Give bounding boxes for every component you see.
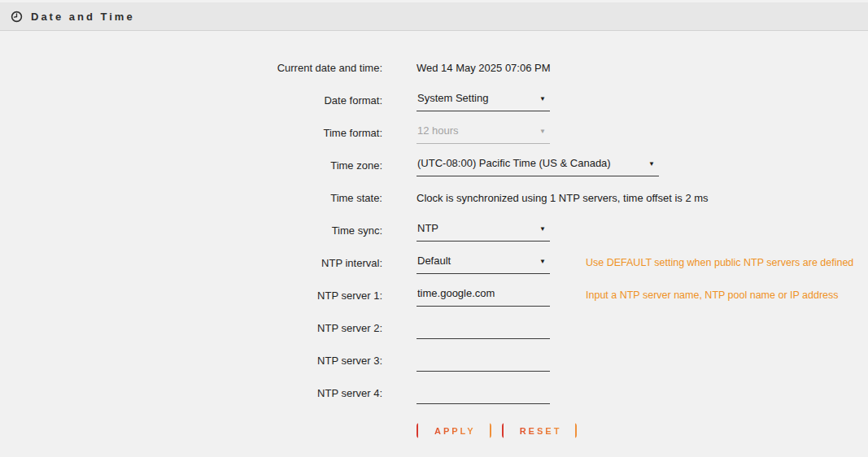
row-ntp-interval: NTP interval: Default ▼ Use DEFAULT sett… xyxy=(0,246,868,279)
current-datetime-label: Current date and time: xyxy=(0,62,382,74)
action-buttons: APPLY RESET xyxy=(417,423,868,438)
time-zone-label: Time zone: xyxy=(0,159,382,172)
time-state-label: Time state: xyxy=(0,192,382,204)
time-zone-selected-value: (UTC-08:00) Pacific Time (US & Canada) xyxy=(417,157,611,169)
time-format-select: 12 hours ▼ xyxy=(417,122,550,144)
ntp-server-1-input[interactable] xyxy=(417,285,550,307)
row-date-format: Date format: System Setting ▼ xyxy=(0,84,868,116)
date-format-select[interactable]: System Setting ▼ xyxy=(417,89,550,111)
time-format-label: Time format: xyxy=(0,127,382,139)
ntp-server-2-label: NTP server 2: xyxy=(0,322,382,334)
chevron-down-icon: ▼ xyxy=(539,126,546,137)
time-zone-select[interactable]: (UTC-08:00) Pacific Time (US & Canada) ▼ xyxy=(417,155,659,176)
reset-button-label: RESET xyxy=(520,426,562,436)
date-time-settings-page: Date and Time Current date and time: Wed… xyxy=(0,0,868,457)
ntp-server-2-input[interactable] xyxy=(417,317,550,339)
chevron-down-icon: ▼ xyxy=(539,94,546,104)
page-title: Date and Time xyxy=(31,11,135,23)
ntp-interval-label: NTP interval: xyxy=(0,257,382,269)
date-format-selected-value: System Setting xyxy=(417,92,488,104)
row-time-zone: Time zone: (UTC-08:00) Pacific Time (US … xyxy=(0,149,868,181)
time-sync-selected-value: NTP xyxy=(417,222,438,234)
ntp-server-4-label: NTP server 4: xyxy=(0,387,382,399)
reset-button[interactable]: RESET xyxy=(502,423,578,438)
ntp-interval-selected-value: Default xyxy=(417,255,451,267)
chevron-down-icon: ▼ xyxy=(648,159,655,169)
chevron-down-icon: ▼ xyxy=(539,224,546,234)
chevron-down-icon: ▼ xyxy=(539,256,546,267)
ntp-interval-hint: Use DEFAULT setting when public NTP serv… xyxy=(586,257,853,268)
ntp-server-3-label: NTP server 3: xyxy=(0,355,382,367)
row-ntp-server-3: NTP server 3: xyxy=(0,344,868,376)
time-state-value: Clock is synchronized using 1 NTP server… xyxy=(417,192,709,204)
row-time-sync: Time sync: NTP ▼ xyxy=(0,214,868,246)
apply-button[interactable]: APPLY xyxy=(417,423,491,438)
row-time-state: Time state: Clock is synchronized using … xyxy=(0,181,868,214)
date-time-form: Current date and time: Wed 14 May 2025 0… xyxy=(0,31,868,438)
ntp-server-4-input[interactable] xyxy=(417,382,550,404)
ntp-interval-select[interactable]: Default ▼ xyxy=(417,252,550,274)
row-ntp-server-1: NTP server 1: Input a NTP server name, N… xyxy=(0,279,868,311)
row-time-format: Time format: 12 hours ▼ xyxy=(0,116,868,149)
ntp-server-1-label: NTP server 1: xyxy=(0,289,382,302)
ntp-server-1-hint: Input a NTP server name, NTP pool name o… xyxy=(586,289,839,301)
row-ntp-server-2: NTP server 2: xyxy=(0,311,868,344)
row-current-datetime: Current date and time: Wed 14 May 2025 0… xyxy=(0,51,868,84)
date-format-label: Date format: xyxy=(0,94,382,107)
time-sync-label: Time sync: xyxy=(0,224,382,237)
current-datetime-value: Wed 14 May 2025 07:06 PM xyxy=(417,62,551,74)
clock-icon xyxy=(11,11,23,23)
time-sync-select[interactable]: NTP ▼ xyxy=(417,220,550,242)
row-ntp-server-4: NTP server 4: xyxy=(0,376,868,409)
ntp-server-3-input[interactable] xyxy=(417,350,550,372)
apply-button-label: APPLY xyxy=(434,426,476,436)
time-format-selected-value: 12 hours xyxy=(417,124,459,137)
section-header: Date and Time xyxy=(0,2,868,31)
